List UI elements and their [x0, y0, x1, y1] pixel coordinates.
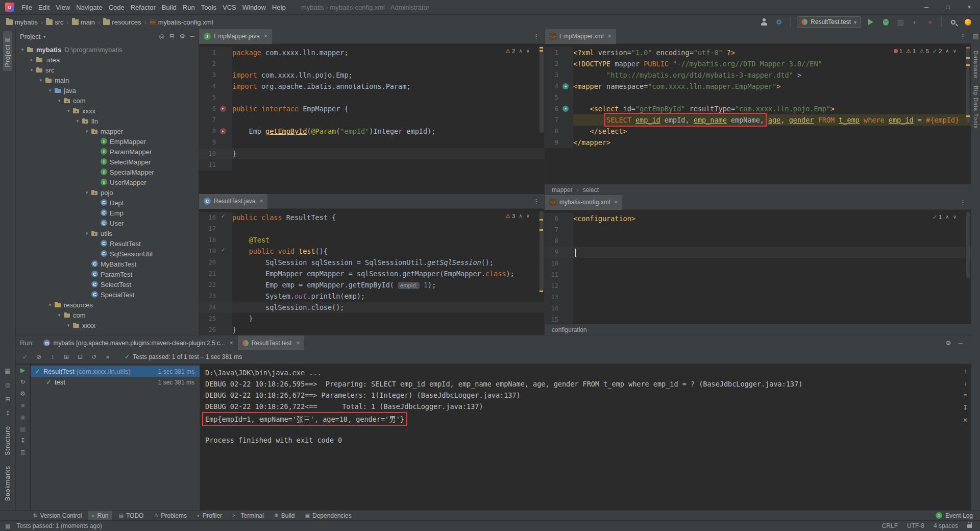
sidebar-item-structure[interactable]: Structure [4, 426, 11, 455]
scroll-to-top-icon[interactable]: ↑ [964, 368, 967, 375]
tree-item-SpecialMapper[interactable]: SpecialMapper [16, 167, 199, 177]
code-line-5[interactable]: 5 [199, 92, 544, 103]
scroll-to-bottom-icon[interactable]: ↓ [964, 380, 967, 387]
tree-item-lln[interactable]: ▾lln [16, 116, 199, 126]
prev-issue-icon[interactable]: ∧ [945, 45, 949, 57]
status-widget-crlf[interactable]: CRLF [882, 522, 898, 529]
breadcrumb-mapper[interactable]: mapper [552, 186, 573, 194]
tree-item-ResultTest[interactable]: ResultTest [16, 238, 199, 249]
close-tab-icon[interactable]: × [259, 198, 263, 205]
code-line-8[interactable]: 8▸ Emp getEmpById(@Param("empId")Integer… [199, 126, 544, 137]
status-widget-4-spaces[interactable]: 4 spaces [934, 522, 958, 529]
stop-button[interactable]: ■ [21, 402, 24, 409]
print-icon[interactable]: ≣ [20, 449, 25, 456]
next-issue-icon[interactable]: ∨ [953, 45, 957, 57]
readonly-lock-icon[interactable] [967, 524, 972, 528]
code-line-14[interactable]: 14 [545, 303, 971, 314]
stripe-icon[interactable]: ⊞ [5, 396, 10, 403]
tree-item-EmpMapper[interactable]: EmpMapper [16, 136, 199, 147]
tree-item-SelectMapper[interactable]: SelectMapper [16, 157, 199, 167]
code-line-12[interactable]: 12 [545, 280, 971, 292]
manage-accounts-icon[interactable] [759, 17, 769, 27]
stripe-icon[interactable]: ↧ [5, 410, 10, 417]
code-line-16[interactable]: 16✓public class ResultTest { [199, 212, 544, 223]
code-line-9[interactable]: 9 [545, 247, 971, 258]
code-line-25[interactable]: 25 } [199, 313, 544, 324]
code-line-11[interactable]: 11 [545, 269, 971, 280]
code-line-11[interactable]: 11 [199, 159, 544, 171]
tree-item-UserMapper[interactable]: UserMapper [16, 177, 199, 187]
toolwindow-button-problems[interactable]: ⚠Problems [150, 511, 190, 521]
sidebar-item-big-data-tools[interactable]: Big Data Tools [973, 86, 979, 129]
event-log-button[interactable]: 1Event Log [936, 512, 980, 519]
hide-panel-icon[interactable]: ─ [190, 33, 194, 40]
code-line-7[interactable]: 7 [199, 114, 544, 126]
menu-build[interactable]: Build [159, 4, 180, 11]
menu-refactor[interactable]: Refactor [128, 4, 159, 11]
code-line-6[interactable]: 6▸public interface EmpMapper { [199, 103, 544, 114]
prev-issue-icon[interactable]: ∧ [945, 211, 949, 223]
empmapper-xml-editor[interactable]: 1⚠1⚠5✓2∧∨ 1<?xml version="1.0" encoding=… [545, 44, 971, 184]
more-icon[interactable]: ⋮ [960, 33, 966, 40]
hide-panel-icon[interactable]: ─ [958, 340, 963, 347]
tree-item-utils[interactable]: ▾utils [16, 228, 199, 238]
mybatis-xml-icon[interactable]: ◂ [562, 83, 569, 89]
menu-vcs[interactable]: VCS [219, 4, 239, 11]
xml-breadcrumb[interactable]: mapper›select [545, 184, 971, 195]
code-line-4[interactable]: 4◂<mapper namespace="com.xxxx.lln.mapper… [545, 81, 971, 92]
run-tab-junit[interactable]: ResultTest.test× [238, 335, 305, 350]
test-tree-item-ResultTest[interactable]: ✓ResultTest(com.xxxx.lln.utils)1 sec 381… [31, 366, 200, 377]
rerun-button[interactable]: ▶ [20, 367, 25, 374]
project-panel-title[interactable]: Project [20, 33, 40, 40]
tab-mybatis-config[interactable]: <> mybatis-config.xml × [545, 195, 622, 210]
test-pass-icon[interactable]: ✓ [220, 213, 226, 219]
test-tree-item-test[interactable]: ✓test1 sec 381 ms [31, 377, 200, 388]
code-line-6[interactable]: 6<configuration> [545, 213, 971, 224]
show-ignored-icon[interactable]: ⊘ [35, 353, 43, 360]
menu-help[interactable]: Help [269, 4, 289, 11]
code-line-5[interactable]: 5 [545, 92, 971, 103]
code-line-7[interactable]: 7 SELECT emp_id empId, emp_name empName,… [545, 114, 971, 126]
menu-run[interactable]: Run [180, 4, 198, 11]
tree-item-MyBatisTest[interactable]: MyBatisTest [16, 259, 199, 269]
toolwindow-button-run[interactable]: ▸Run [88, 511, 112, 521]
status-widget-utf-8[interactable]: UTF-8 [907, 522, 924, 529]
code-line-13[interactable]: 13 [545, 292, 971, 303]
next-issue-icon[interactable]: ∨ [526, 210, 530, 222]
scrollbar[interactable] [966, 212, 970, 278]
code-line-20[interactable]: 20 SqlSession sqlSession = SqlSessionUti… [199, 257, 544, 268]
more-icon[interactable]: ⋮ [960, 199, 966, 206]
tree-item-SelectTest[interactable]: SelectTest [16, 279, 199, 289]
code-line-8[interactable]: 8 [545, 235, 971, 247]
breadcrumb-select[interactable]: select [583, 186, 599, 194]
run-tab-maven[interactable]: mmybatis [org.apache.maven.plugins:maven… [39, 335, 237, 350]
mybatis-java-icon[interactable]: ▸ [220, 128, 226, 134]
tree-item-com[interactable]: ▾com [16, 310, 199, 320]
code-line-8[interactable]: 8 </select> [545, 126, 971, 137]
tree-item-resources[interactable]: ▾resources [16, 300, 199, 310]
code-line-10[interactable]: 10} [199, 148, 544, 159]
mybatis-xml-icon[interactable]: ◂ [562, 106, 569, 112]
breadcrumb-resources[interactable]: resources [103, 18, 141, 26]
breadcrumb-main[interactable]: main [72, 18, 95, 26]
xml-breadcrumb[interactable]: configuration [545, 324, 971, 335]
breadcrumb-mybatis-config.xml[interactable]: mybatis-config.xml [150, 18, 213, 26]
resulttest-java-editor[interactable]: ⚠3∧∨ 16✓public class ResultTest {1718 @T… [199, 209, 544, 335]
code-line-19[interactable]: 19✓ public void test(){ [199, 246, 544, 257]
code-line-6[interactable]: 6◂ <select id="getEmpById" resultType="c… [545, 103, 971, 114]
tree-item-User[interactable]: User [16, 218, 199, 228]
tree-item-xxxx[interactable]: ▾xxxx [16, 320, 199, 330]
maximize-button[interactable]: □ [937, 0, 959, 14]
sort-alphabetically-icon[interactable]: ↕ [48, 353, 57, 360]
code-line-2[interactable]: 2<!DOCTYPE mapper PUBLIC "-//mybatis.org… [545, 58, 971, 69]
coverage-icon[interactable]: ▦ [20, 425, 26, 432]
toolwindow-button-version-control[interactable]: ⇅Version Control [30, 511, 85, 521]
panel-settings-icon[interactable]: ⚙ [180, 33, 185, 40]
tree-item-ParamMapper[interactable]: ParamMapper [16, 147, 199, 157]
toolwindow-button-dependencies[interactable]: ▣Dependencies [302, 511, 355, 521]
code-with-me-icon[interactable] [963, 17, 973, 27]
toolwindow-button-build[interactable]: ⚙Build [271, 511, 299, 521]
close-tab-icon[interactable]: × [296, 340, 300, 347]
menu-file[interactable]: File [18, 4, 35, 11]
close-tab-icon[interactable]: × [264, 33, 267, 40]
